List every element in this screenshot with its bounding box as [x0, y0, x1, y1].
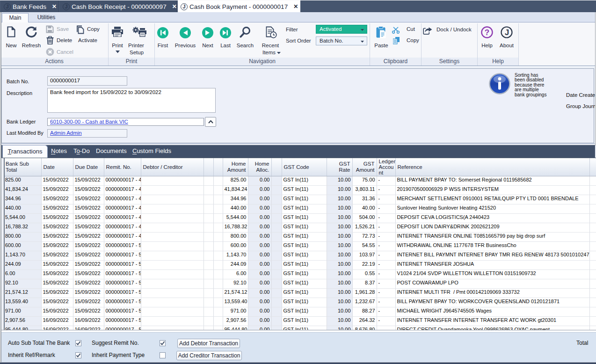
- svg-text:J: J: [505, 28, 509, 36]
- svg-text:?: ?: [485, 28, 489, 37]
